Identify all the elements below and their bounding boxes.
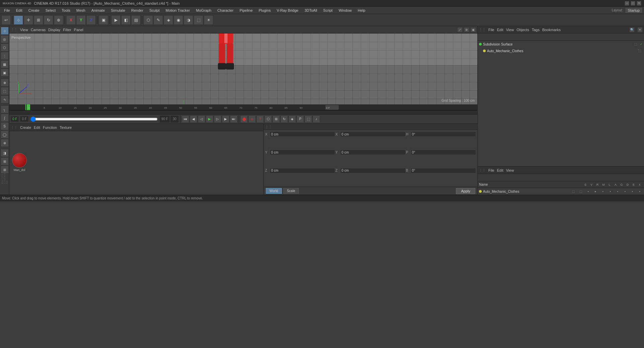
objects-menu-bookmarks[interactable]: Bookmarks — [542, 28, 561, 32]
objects-menu-file[interactable]: File — [488, 28, 494, 32]
material-col-x[interactable]: ▪ — [637, 190, 643, 193]
viewport-menu-cameras[interactable]: Cameras — [31, 28, 46, 32]
measure-tool-button[interactable]: ┐ — [1, 105, 9, 113]
view-sculpt-button[interactable]: ◈ — [164, 15, 173, 25]
objects-menu-edit[interactable]: Edit — [497, 28, 503, 32]
material-col-m[interactable]: ▸ — [592, 190, 598, 193]
coord-z-input[interactable]: 0 cm — [270, 168, 335, 173]
move-tool-button[interactable]: ✛ — [24, 15, 33, 25]
menu-simulate[interactable]: Simulate — [108, 8, 128, 13]
objects-menu-view[interactable]: View — [506, 28, 514, 32]
menu-plugins[interactable]: Plugins — [256, 8, 273, 13]
point-mode-button[interactable]: ⋮ — [1, 52, 9, 60]
sound-button[interactable]: ♪ — [313, 115, 320, 123]
material-col-a[interactable]: ▪ — [607, 190, 613, 193]
cube-button[interactable]: ▣ — [99, 15, 108, 25]
viewport-3d[interactable]: Perspective — [9, 33, 477, 104]
object-tag-1[interactable]: ⬚ — [634, 42, 637, 46]
objects-dots[interactable]: ⋮⋮ — [479, 28, 486, 31]
model-mode-button[interactable]: ⊹ — [1, 27, 9, 35]
minimize-button[interactable]: ─ — [625, 1, 629, 6]
playback-mode-button[interactable]: P — [297, 115, 304, 123]
material-col-g[interactable]: ▪ — [615, 190, 621, 193]
materials-dots[interactable]: ⋮⋮ — [479, 168, 486, 172]
material-col-l[interactable]: ▪ — [600, 190, 606, 193]
view-paint-button[interactable]: ✎ — [154, 15, 163, 25]
menu-sculpt[interactable]: Sculpt — [147, 8, 162, 13]
view-cube-button[interactable]: ⬡ — [144, 15, 153, 25]
menu-select[interactable]: Select — [43, 8, 59, 13]
world-button[interactable]: World — [266, 188, 282, 194]
coord-b-input[interactable]: 0° — [411, 168, 476, 173]
timeline-marker[interactable] — [25, 104, 26, 110]
next-keyframe-button[interactable]: ▷ — [214, 115, 221, 123]
material-row-auto-mechanic[interactable]: Auto_Mechanic_Clothes ⬚ ⬚ ▪ ▸ ▪ ▪ ▪ ▪ ▪ … — [478, 188, 644, 195]
coord-dots[interactable]: ⋮⋮ — [265, 125, 272, 128]
coord-z2-input[interactable]: 0 cm — [340, 168, 405, 173]
motion-blur-button[interactable]: ⬚ — [305, 115, 312, 123]
timeline-scrubber[interactable] — [30, 117, 158, 121]
coord-y2-input[interactable]: 0 cm — [340, 150, 405, 155]
timeline-track[interactable] — [9, 110, 477, 114]
mat-tab-texture[interactable]: Texture — [60, 125, 72, 129]
object-tag-2[interactable]: ⬛ — [638, 49, 641, 53]
materials-menu-edit[interactable]: Edit — [497, 168, 503, 172]
cloth-tool-button[interactable]: ⊞ — [1, 166, 9, 174]
menu-file[interactable]: File — [1, 8, 13, 13]
scale-tool-button[interactable]: ⊞ — [34, 15, 43, 25]
menu-mesh[interactable]: Mesh — [74, 8, 88, 13]
view-render-button[interactable]: ◑ — [184, 15, 193, 25]
coord-h-input[interactable]: 0° — [411, 132, 476, 137]
viewport-icon-1[interactable]: ⤢ — [457, 27, 463, 32]
menu-animate[interactable]: Animate — [89, 8, 107, 13]
mat-tab-edit[interactable]: Edit — [34, 125, 40, 129]
brush-tool-button[interactable]: ◯ — [1, 130, 9, 139]
object-item-auto-mechanic[interactable]: Auto_Mechanic_Clothes ⬛ — [482, 48, 644, 54]
coord-x-input[interactable]: 0 cm — [270, 132, 335, 137]
keyframe-rot-button[interactable]: ↻ — [280, 115, 288, 123]
material-col-e[interactable]: ▪ — [629, 190, 635, 193]
menu-script[interactable]: Script — [321, 8, 335, 13]
render-viewport-button[interactable]: ▶ — [111, 15, 120, 25]
viewport-menu-panel[interactable]: Panel — [74, 28, 83, 32]
prev-keyframe-button[interactable]: ◁ — [198, 115, 205, 123]
viewport-menu-view[interactable]: View — [20, 28, 28, 32]
objects-search-button[interactable]: 🔍 — [629, 27, 635, 32]
layout-preset[interactable]: Startup — [625, 7, 643, 13]
record-button[interactable]: ⬤ — [240, 115, 248, 123]
view-snap-button[interactable]: ⬚ — [194, 15, 203, 25]
next-frame-button[interactable]: ▶ — [222, 115, 229, 123]
materials-menu-view[interactable]: View — [506, 168, 514, 172]
menu-help[interactable]: Help — [355, 8, 368, 13]
viewport-menu-filter[interactable]: Filter — [63, 28, 71, 32]
spline-tool-button[interactable]: ∫ — [1, 114, 9, 122]
coord-p-input[interactable]: 0° — [411, 150, 476, 155]
axis-x-button[interactable]: X — [66, 15, 76, 25]
axis-y-button[interactable]: Y — [76, 15, 86, 25]
view-light-button[interactable]: ☀ — [204, 15, 213, 25]
rectangle-select-button[interactable]: ⬚ — [1, 87, 9, 95]
viewport-icon-2[interactable]: ⊕ — [464, 27, 469, 32]
menu-3dtoall[interactable]: 3DToAll — [302, 8, 320, 13]
mat-tabs-dots[interactable]: ⋮⋮ — [11, 125, 17, 129]
scale-button[interactable]: Scale — [283, 188, 299, 194]
apply-button[interactable]: Apply — [456, 188, 475, 194]
lasso-select-button[interactable]: ∿ — [1, 95, 9, 103]
live-selection-button[interactable]: ⊕ — [1, 79, 9, 87]
coord-y-input[interactable]: 0 cm — [270, 150, 335, 155]
object-check-1[interactable]: ✓ — [640, 42, 643, 46]
materials-menu-file[interactable]: File — [488, 168, 494, 172]
keyframe-all-button[interactable]: ⬡ — [264, 115, 272, 123]
objects-menu-objects[interactable]: Objects — [516, 28, 529, 32]
play-button[interactable]: ▶ — [206, 115, 213, 123]
menu-vray[interactable]: V-Ray Bridge — [274, 8, 301, 13]
material-col-d[interactable]: ▪ — [622, 190, 628, 193]
maximize-button[interactable]: □ — [631, 1, 635, 6]
undo-button[interactable]: ↩ — [1, 15, 11, 25]
mat-tab-function[interactable]: Function — [43, 125, 57, 129]
viewport-dots[interactable]: ⋮⋮ — [11, 28, 17, 31]
close-button[interactable]: ✕ — [637, 1, 641, 6]
menu-mograph[interactable]: MoGraph — [193, 8, 214, 13]
menu-tools[interactable]: Tools — [59, 8, 73, 13]
objects-menu-tags[interactable]: Tags — [532, 28, 540, 32]
